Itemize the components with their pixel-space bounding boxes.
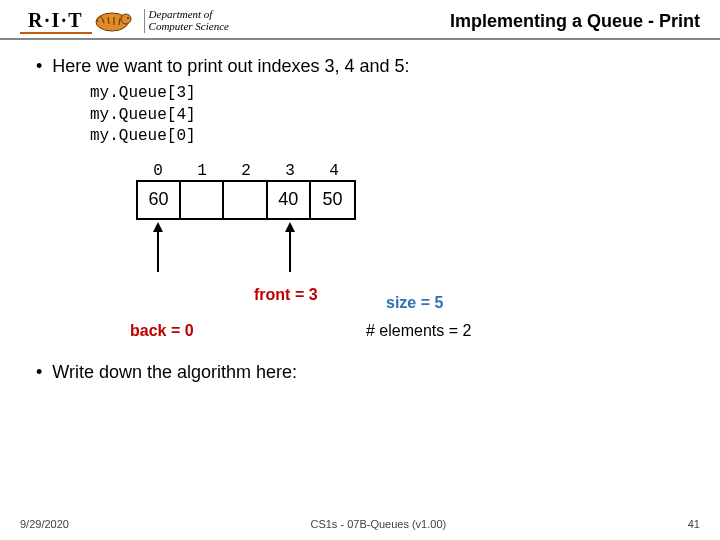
slide-title: Implementing a Queue - Print <box>450 11 700 32</box>
bullet-1-text: Here we want to print out indexes 3, 4 a… <box>52 56 409 77</box>
index-1: 1 <box>180 162 224 180</box>
department-label: Department of Computer Science <box>144 9 229 32</box>
bullet-2-text: Write down the algorithm here: <box>52 362 297 383</box>
code-block: my.Queue[3] my.Queue[4] my.Queue[0] <box>90 83 684 148</box>
cell-4: 50 <box>311 182 354 218</box>
code-line-1: my.Queue[3] <box>90 83 684 105</box>
bullet-2: Write down the algorithm here: <box>36 362 684 383</box>
size-label: size = 5 <box>386 294 443 312</box>
bullet-1: Here we want to print out indexes 3, 4 a… <box>36 56 684 77</box>
footer-center: CS1s - 07B-Queues (v1.00) <box>310 518 446 530</box>
svg-point-2 <box>127 17 129 19</box>
rit-logo-text: R·I·T <box>20 9 92 34</box>
front-label: front = 3 <box>254 286 318 304</box>
tiger-icon <box>94 8 142 34</box>
svg-point-1 <box>121 14 131 24</box>
back-label: back = 0 <box>130 322 194 340</box>
elements-label: # elements = 2 <box>366 322 471 340</box>
slide-header: R·I·T Department of Computer Science Imp… <box>0 0 720 40</box>
cell-3: 40 <box>268 182 311 218</box>
footer-page: 41 <box>688 518 700 530</box>
logo-block: R·I·T Department of Computer Science <box>20 8 229 34</box>
index-0: 0 <box>136 162 180 180</box>
bullet-dot-icon <box>36 362 42 383</box>
array-diagram: 0 1 2 3 4 60 40 50 front = 3 size = 5 ba… <box>136 162 684 362</box>
array-indices: 0 1 2 3 4 <box>136 162 684 180</box>
cell-1 <box>181 182 224 218</box>
index-4: 4 <box>312 162 356 180</box>
code-line-3: my.Queue[0] <box>90 126 684 148</box>
svg-marker-6 <box>285 222 295 232</box>
svg-marker-4 <box>153 222 163 232</box>
slide-footer: 9/29/2020 CS1s - 07B-Queues (v1.00) 41 <box>0 518 720 530</box>
slide-content: Here we want to print out indexes 3, 4 a… <box>0 40 720 383</box>
array-cells: 60 40 50 <box>136 180 356 220</box>
arrow-up-icon <box>150 222 166 272</box>
arrow-up-icon <box>282 222 298 272</box>
index-3: 3 <box>268 162 312 180</box>
rit-letters: R·I·T <box>28 9 84 32</box>
footer-date: 9/29/2020 <box>20 518 69 530</box>
dept-line2: Computer Science <box>149 21 229 33</box>
code-line-2: my.Queue[4] <box>90 105 684 127</box>
cell-2 <box>224 182 267 218</box>
cell-0: 60 <box>138 182 181 218</box>
bullet-dot-icon <box>36 56 42 77</box>
index-2: 2 <box>224 162 268 180</box>
